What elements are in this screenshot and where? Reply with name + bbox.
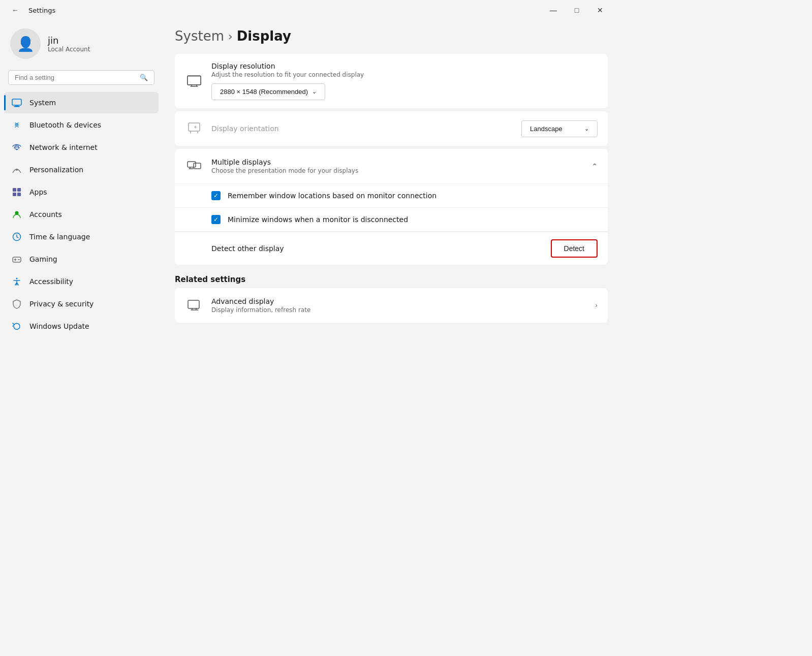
user-name: jin <box>48 35 90 46</box>
sidebar-label-bluetooth: Bluetooth & devices <box>29 121 101 129</box>
privacy-icon <box>11 298 22 309</box>
multiple-displays-body: ✓ Remember window locations based on mon… <box>175 183 608 265</box>
maximize-button[interactable]: □ <box>565 2 588 18</box>
app-layout: 👤 jin Local Account 🔍 System <box>0 20 620 457</box>
advanced-display-label: Advanced display <box>211 297 587 305</box>
detect-button[interactable]: Detect <box>551 239 598 258</box>
svg-rect-15 <box>188 76 201 85</box>
svg-rect-19 <box>194 163 201 169</box>
svg-rect-8 <box>17 193 21 196</box>
svg-rect-5 <box>13 188 16 192</box>
display-orientation-row: Display orientation Landscape ⌄ <box>175 111 608 146</box>
sidebar-item-accessibility[interactable]: Accessibility <box>4 271 159 292</box>
display-resolution-sublabel: Adjust the resolution to fit your connec… <box>211 71 598 78</box>
user-section: 👤 jin Local Account <box>4 20 159 69</box>
back-button[interactable]: ← <box>8 3 22 17</box>
display-orientation-label: Display orientation <box>211 124 513 133</box>
chevron-down-icon: ⌄ <box>312 88 317 95</box>
display-resolution-label: Display resolution <box>211 62 598 70</box>
close-button[interactable]: ✕ <box>588 2 612 18</box>
sidebar-item-update[interactable]: Windows Update <box>4 316 159 337</box>
sidebar: 👤 jin Local Account 🔍 System <box>0 20 163 457</box>
minimize-checkbox[interactable]: ✓ <box>211 215 221 224</box>
svg-point-12 <box>18 259 19 260</box>
checkmark-icon: ✓ <box>213 216 218 223</box>
sidebar-label-system: System <box>29 99 56 107</box>
orientation-value: Landscape <box>530 125 563 133</box>
chevron-down-icon: ⌄ <box>584 126 589 132</box>
svg-rect-0 <box>12 99 21 105</box>
multiple-displays-sublabel: Choose the presentation mode for your di… <box>211 167 583 174</box>
chevron-right-icon: › <box>595 302 598 309</box>
advanced-display-icon <box>185 296 203 315</box>
minimize-button[interactable]: — <box>542 2 565 18</box>
sidebar-item-gaming[interactable]: Gaming <box>4 248 159 270</box>
sidebar-label-apps: Apps <box>29 188 47 196</box>
remember-checkbox[interactable]: ✓ <box>211 191 221 200</box>
detect-row: Detect other display Detect <box>175 232 608 265</box>
advanced-display-row[interactable]: Advanced display Display information, re… <box>175 288 608 323</box>
multiple-displays-card: Multiple displays Choose the presentatio… <box>175 149 608 265</box>
svg-rect-7 <box>13 193 16 196</box>
chevron-up-icon: ⌃ <box>591 162 598 170</box>
resolution-dropdown[interactable]: 2880 × 1548 (Recommended) ⌄ <box>211 83 325 100</box>
sidebar-item-time[interactable]: Time & language <box>4 226 159 247</box>
avatar: 👤 <box>10 28 41 59</box>
svg-point-13 <box>19 259 20 260</box>
orientation-dropdown[interactable]: Landscape ⌄ <box>521 120 598 137</box>
display-orientation-card: Display orientation Landscape ⌄ <box>175 111 608 146</box>
breadcrumb-display: Display <box>237 28 291 44</box>
sidebar-label-update: Windows Update <box>29 322 89 330</box>
orientation-control: Landscape ⌄ <box>521 120 598 137</box>
network-icon <box>11 142 22 153</box>
system-icon <box>11 97 22 108</box>
sidebar-item-bluetooth[interactable]: Bluetooth & devices <box>4 114 159 136</box>
sidebar-item-personalization[interactable]: Personalization <box>4 159 159 180</box>
sidebar-item-network[interactable]: Network & internet <box>4 137 159 158</box>
bluetooth-icon <box>11 119 22 131</box>
search-input[interactable] <box>15 74 136 81</box>
page-header: System › Display <box>175 28 608 44</box>
search-box[interactable]: 🔍 <box>8 70 154 85</box>
sidebar-item-apps[interactable]: Apps <box>4 181 159 203</box>
sidebar-item-privacy[interactable]: Privacy & security <box>4 293 159 315</box>
related-settings-section: Related settings Advanced display Displa… <box>175 275 608 323</box>
minimize-checkbox-row: ✓ Minimize windows when a monitor is dis… <box>175 208 608 232</box>
multiple-displays-header[interactable]: Multiple displays Choose the presentatio… <box>175 149 608 183</box>
time-icon <box>11 231 22 242</box>
multiple-displays-icon <box>185 157 203 175</box>
checkmark-icon: ✓ <box>213 193 218 199</box>
svg-rect-18 <box>188 162 196 167</box>
sidebar-label-personalization: Personalization <box>29 166 83 174</box>
accounts-icon <box>11 209 22 220</box>
related-settings-title: Related settings <box>175 275 608 284</box>
resolution-value: 2880 × 1548 (Recommended) <box>220 88 308 96</box>
gaming-icon <box>11 254 22 265</box>
detect-other-label: Detect other display <box>211 244 543 253</box>
svg-point-14 <box>16 278 18 279</box>
display-resolution-content: Display resolution Adjust the resolution… <box>211 62 598 100</box>
minimize-label: Minimize windows when a monitor is disco… <box>228 215 408 224</box>
remember-label: Remember window locations based on monit… <box>228 192 436 200</box>
user-sub: Local Account <box>48 46 90 53</box>
svg-rect-6 <box>17 188 21 192</box>
sidebar-item-accounts[interactable]: Accounts <box>4 204 159 225</box>
user-icon: 👤 <box>17 36 35 52</box>
breadcrumb-separator: › <box>228 30 233 43</box>
main-content: System › Display Display resolution Adju… <box>163 20 620 457</box>
sidebar-label-accounts: Accounts <box>29 210 62 218</box>
apps-icon <box>11 186 22 198</box>
svg-rect-17 <box>189 123 200 131</box>
multiple-displays-content: Multiple displays Choose the presentatio… <box>211 158 583 174</box>
search-icon: 🔍 <box>140 74 148 81</box>
titlebar: ← Settings — □ ✕ <box>0 0 620 20</box>
sidebar-label-gaming: Gaming <box>29 255 57 263</box>
sidebar-item-system[interactable]: System <box>4 92 159 113</box>
sidebar-label-network: Network & internet <box>29 143 98 151</box>
display-resolution-card: Display resolution Adjust the resolution… <box>175 54 608 108</box>
user-info: jin Local Account <box>48 35 90 53</box>
advanced-display-card: Advanced display Display information, re… <box>175 288 608 323</box>
display-resolution-row: Display resolution Adjust the resolution… <box>175 54 608 108</box>
svg-rect-2 <box>14 106 20 107</box>
titlebar-title: Settings <box>28 7 55 14</box>
